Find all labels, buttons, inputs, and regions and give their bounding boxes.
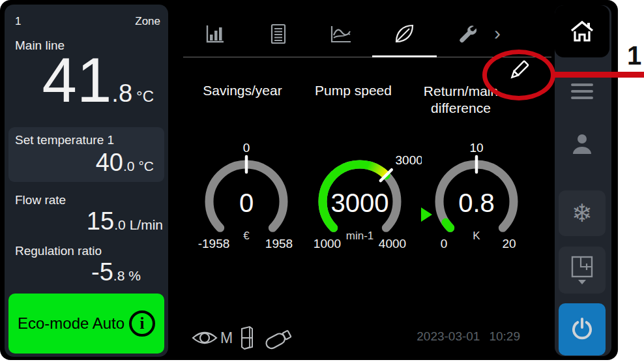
tab-eco[interactable] bbox=[389, 18, 419, 50]
gauge-value: 3000 bbox=[331, 189, 389, 217]
gauge-fill-tip bbox=[368, 165, 386, 175]
tab-statistics[interactable] bbox=[200, 18, 230, 50]
gauge-title-pump-speed: Pump speed bbox=[291, 83, 415, 98]
main-line-unit: °C bbox=[136, 87, 154, 105]
gauge-max-label: 4000 bbox=[379, 237, 406, 250]
annotation-number: 1 bbox=[621, 41, 644, 70]
user-icon bbox=[570, 132, 594, 156]
main-line-int: 41 bbox=[42, 45, 112, 115]
eco-mode-button[interactable]: Eco-mode Auto i bbox=[8, 294, 164, 354]
usb-drive-icon bbox=[261, 325, 297, 351]
sidebar: ❄ bbox=[555, 5, 611, 356]
reg-unit: % bbox=[128, 268, 141, 283]
set-temperature-label: Set temperature 1 bbox=[15, 133, 154, 147]
gauge-pointer-label: 0 bbox=[243, 141, 250, 155]
gauge-unit: min-1 bbox=[346, 230, 374, 242]
gauge-value: 0.8 bbox=[458, 189, 495, 217]
annotation-line bbox=[553, 72, 644, 78]
setpoint-pointer-icon bbox=[421, 207, 432, 222]
eco-mode-label: Eco-mode Auto bbox=[18, 314, 129, 333]
sidebar-item-frost-protection[interactable]: ❄ bbox=[559, 190, 606, 236]
zone-label: Zone bbox=[135, 15, 160, 28]
annotation-circle bbox=[482, 50, 555, 100]
regulation-ratio-label: Regulation ratio bbox=[15, 244, 102, 258]
flow-dec: .0 bbox=[114, 217, 126, 232]
set-temp-int: 40 bbox=[96, 149, 123, 176]
leaf-icon bbox=[392, 22, 416, 46]
document-icon bbox=[269, 23, 288, 44]
gauge-unit: € bbox=[243, 230, 250, 242]
active-tab-indicator bbox=[372, 55, 437, 57]
zone-panel: 1 Zone Main line 41.8°C Set temperature … bbox=[5, 5, 168, 357]
gauge-max-label: 20 bbox=[502, 237, 516, 250]
info-icon[interactable]: i bbox=[129, 310, 155, 337]
regulation-ratio-value: -5.8% bbox=[91, 260, 141, 284]
gauge-title-savings: Savings/year bbox=[181, 83, 304, 98]
status-icons: M bbox=[192, 325, 297, 351]
set-temp-dec: .0 bbox=[123, 158, 135, 173]
snowflake-icon: ❄ bbox=[572, 199, 593, 228]
zone-number: 1 bbox=[15, 15, 21, 28]
line-chart-icon bbox=[330, 23, 352, 44]
gauge-return-diff: 100.8K020 bbox=[415, 138, 538, 272]
gauge-unit: K bbox=[473, 230, 480, 242]
home-icon bbox=[570, 20, 594, 42]
set-temp-unit: °C bbox=[138, 158, 154, 173]
main-line-value: 41.8°C bbox=[42, 49, 154, 112]
datetime: 2023-03-01 10:29 bbox=[417, 329, 520, 344]
flow-unit: L/min bbox=[130, 217, 163, 232]
tab-report[interactable] bbox=[263, 18, 293, 50]
reg-int: -5 bbox=[91, 258, 113, 286]
chevron-right-icon[interactable]: › bbox=[488, 22, 507, 44]
gauge-max-label: 1958 bbox=[265, 237, 293, 250]
tab-settings[interactable] bbox=[452, 18, 482, 50]
flow-rate-value: 15.0L/min bbox=[87, 209, 163, 234]
gauge-value: 0 bbox=[239, 189, 254, 217]
sidebar-item-home[interactable] bbox=[555, 5, 609, 57]
wrench-icon bbox=[456, 23, 477, 44]
eye-monitor-icon bbox=[192, 327, 218, 348]
set-temperature-card[interactable]: Set temperature 1 40.0°C bbox=[8, 127, 164, 182]
sidebar-item-power[interactable] bbox=[559, 303, 606, 355]
sidebar-item-zones[interactable] bbox=[559, 247, 606, 294]
date-label: 2023-03-01 bbox=[417, 329, 480, 344]
gauge-savings: 00€-19581958 bbox=[184, 138, 308, 272]
flow-int: 15 bbox=[87, 207, 114, 235]
flow-rate-label: Flow rate bbox=[15, 193, 66, 207]
main-line-dec: .8 bbox=[111, 80, 132, 107]
power-icon bbox=[569, 316, 595, 342]
gauge-pointer-label: 10 bbox=[469, 141, 483, 155]
set-temperature-value: 40.0°C bbox=[15, 150, 154, 175]
sidebar-item-user[interactable] bbox=[559, 128, 606, 160]
time-label: 10:29 bbox=[489, 329, 520, 344]
gauge-min-label: 1000 bbox=[314, 237, 341, 250]
zones-icon bbox=[571, 256, 593, 278]
chevron-down-icon bbox=[578, 280, 586, 284]
reg-dec: .8 bbox=[113, 268, 125, 283]
memory-card-icon bbox=[239, 325, 255, 350]
gauge-min-label: -1958 bbox=[198, 237, 230, 250]
gauge-fill bbox=[446, 222, 450, 228]
page: 1 Zone Main line 41.8°C Set temperature … bbox=[0, 0, 644, 362]
gauge-pump-speed: 30003000min-110004000 bbox=[298, 138, 422, 272]
gauge-min-label: 0 bbox=[441, 237, 448, 250]
sidebar-item-menu[interactable] bbox=[559, 76, 606, 107]
monitor-mode-label: M bbox=[220, 329, 233, 347]
bar-chart-icon bbox=[205, 23, 226, 44]
tab-trends[interactable] bbox=[326, 18, 356, 50]
